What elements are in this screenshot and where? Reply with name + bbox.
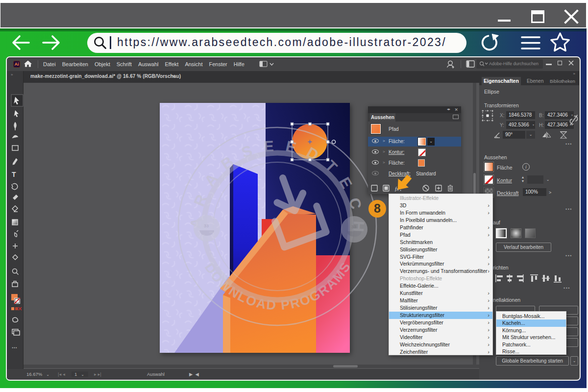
svg-text:»: »: [11, 73, 13, 77]
svg-text:33: 33: [204, 223, 209, 228]
svg-text:DOWNLOAD PROGRAMS: DOWNLOAD PROGRAMS: [202, 259, 354, 313]
svg-text:33: 33: [351, 224, 356, 229]
svg-text:⋯: ⋯: [12, 344, 17, 350]
svg-text:T: T: [12, 171, 16, 178]
